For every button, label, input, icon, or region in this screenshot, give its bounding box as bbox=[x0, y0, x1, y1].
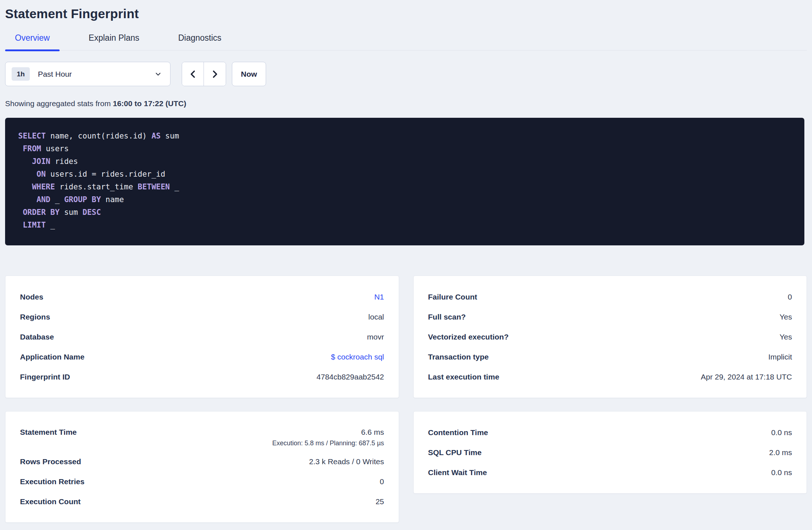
stat-row: Failure Count0 bbox=[428, 287, 792, 307]
stat-label: Client Wait Time bbox=[428, 468, 487, 477]
page-title: Statement Fingerprint bbox=[5, 7, 807, 21]
sql-code-line: ON users.id = rides.rider_id bbox=[18, 168, 792, 181]
stat-label: Regions bbox=[20, 313, 50, 321]
sql-code-line: FROM users bbox=[18, 142, 792, 155]
tab-overview[interactable]: Overview bbox=[5, 33, 60, 50]
stat-value: 0.0 ns bbox=[771, 428, 792, 437]
chevron-down-icon bbox=[154, 70, 162, 78]
stats-cards-grid: NodesN1RegionslocalDatabasemovrApplicati… bbox=[5, 276, 807, 523]
stat-label: SQL CPU Time bbox=[428, 448, 482, 457]
stat-row: SQL CPU Time2.0 ms bbox=[428, 442, 792, 462]
statement-fingerprint-page: Statement Fingerprint OverviewExplain Pl… bbox=[0, 0, 812, 530]
stat-value-block: 6.6 msExecution: 5.8 ms / Planning: 687.… bbox=[272, 426, 384, 448]
stat-label: Last execution time bbox=[428, 373, 499, 381]
sql-statement-text: SELECT name, count(rides.id) AS sum FROM… bbox=[18, 130, 792, 232]
stats-summary-range: 16:00 to 17:22 (UTC) bbox=[113, 99, 186, 108]
stat-label: Vectorized execution? bbox=[428, 333, 509, 341]
stat-label: Contention Time bbox=[428, 428, 488, 437]
stat-row: Databasemovr bbox=[20, 327, 384, 347]
stat-label: Rows Processed bbox=[20, 457, 81, 466]
stat-label: Failure Count bbox=[428, 293, 477, 301]
sql-code-line: AND _ GROUP BY name bbox=[18, 193, 792, 206]
tab-explain-plans[interactable]: Explain Plans bbox=[79, 33, 149, 50]
tab-bar: OverviewExplain PlansDiagnostics bbox=[5, 33, 807, 51]
stat-label: Fingerprint ID bbox=[20, 373, 70, 381]
previous-time-button[interactable] bbox=[182, 62, 204, 86]
stat-label: Transaction type bbox=[428, 353, 489, 361]
stat-value: 0 bbox=[380, 477, 384, 486]
sql-code-line: ORDER BY sum DESC bbox=[18, 206, 792, 219]
stat-value: 0.0 ns bbox=[771, 468, 792, 477]
stat-value: 2.3 k Reads / 0 Writes bbox=[309, 457, 384, 466]
stat-value: 4784cb829aab2542 bbox=[317, 373, 384, 381]
stat-label: Execution Count bbox=[20, 497, 81, 506]
stat-row: Rows Processed2.3 k Reads / 0 Writes bbox=[20, 451, 384, 471]
stat-value: 0 bbox=[788, 293, 792, 301]
stat-label: Statement Time bbox=[20, 426, 77, 438]
stat-row: NodesN1 bbox=[20, 287, 384, 307]
stat-value: local bbox=[368, 313, 384, 321]
card-execution-attributes: Failure Count0Full scan?YesVectorized ex… bbox=[413, 276, 807, 398]
sql-code-line: SELECT name, count(rides.id) AS sum bbox=[18, 130, 792, 142]
stat-value: Yes bbox=[780, 313, 792, 321]
stat-sub-value: Execution: 5.8 ms / Planning: 687.5 µs bbox=[272, 438, 384, 448]
card-statement-timing: Statement Time6.6 msExecution: 5.8 ms / … bbox=[5, 411, 399, 523]
chevron-left-icon bbox=[188, 69, 198, 79]
stat-value: 2.0 ms bbox=[769, 448, 792, 457]
time-range-label: Past Hour bbox=[38, 70, 154, 79]
tab-diagnostics[interactable]: Diagnostics bbox=[168, 33, 231, 50]
stat-value-link[interactable]: N1 bbox=[374, 293, 384, 301]
time-pager bbox=[182, 62, 226, 86]
time-range-badge: 1h bbox=[12, 67, 30, 81]
chevron-right-icon bbox=[210, 69, 220, 79]
stat-value: 6.6 ms bbox=[361, 426, 384, 438]
next-time-button[interactable] bbox=[204, 62, 226, 86]
stat-label: Full scan? bbox=[428, 313, 466, 321]
stat-row: Execution Retries0 bbox=[20, 471, 384, 491]
stat-label: Nodes bbox=[20, 293, 43, 301]
stat-value-link[interactable]: $ cockroach sql bbox=[331, 353, 384, 361]
aggregated-stats-summary: Showing aggregated stats from 16:00 to 1… bbox=[5, 99, 807, 108]
stat-row: Vectorized execution?Yes bbox=[428, 327, 792, 347]
stat-label: Database bbox=[20, 333, 54, 341]
stat-value: movr bbox=[367, 333, 384, 341]
now-button[interactable]: Now bbox=[232, 62, 266, 86]
stat-value: Apr 29, 2024 at 17:18 UTC bbox=[701, 373, 792, 381]
stat-row: Client Wait Time0.0 ns bbox=[428, 462, 792, 482]
time-toolbar: 1h Past Hour Now bbox=[5, 62, 807, 86]
card-wait-times: Contention Time0.0 nsSQL CPU Time2.0 msC… bbox=[413, 411, 807, 494]
stat-row: Application Name$ cockroach sql bbox=[20, 347, 384, 367]
stat-row: Last execution timeApr 29, 2024 at 17:18… bbox=[428, 367, 792, 387]
time-range-dropdown[interactable]: 1h Past Hour bbox=[5, 62, 170, 86]
stat-row: Fingerprint ID4784cb829aab2542 bbox=[20, 367, 384, 387]
card-statement-details: NodesN1RegionslocalDatabasemovrApplicati… bbox=[5, 276, 399, 398]
stat-row: Regionslocal bbox=[20, 307, 384, 327]
sql-statement-block: SELECT name, count(rides.id) AS sum FROM… bbox=[5, 118, 804, 245]
stat-label: Application Name bbox=[20, 353, 84, 361]
stat-value: 25 bbox=[375, 497, 384, 506]
stat-row: Execution Count25 bbox=[20, 491, 384, 511]
stat-row: Contention Time0.0 ns bbox=[428, 422, 792, 442]
stat-value: Implicit bbox=[768, 353, 792, 361]
stat-row: Statement Time6.6 msExecution: 5.8 ms / … bbox=[20, 422, 384, 451]
stat-row: Full scan?Yes bbox=[428, 307, 792, 327]
sql-code-line: JOIN rides bbox=[18, 155, 792, 168]
stat-value: Yes bbox=[780, 333, 792, 341]
sql-code-line: LIMIT _ bbox=[18, 219, 792, 232]
sql-code-line: WHERE rides.start_time BETWEEN _ bbox=[18, 181, 792, 193]
stat-label: Execution Retries bbox=[20, 477, 84, 486]
stats-summary-prefix: Showing aggregated stats from bbox=[5, 99, 113, 108]
stat-row: Transaction typeImplicit bbox=[428, 347, 792, 367]
